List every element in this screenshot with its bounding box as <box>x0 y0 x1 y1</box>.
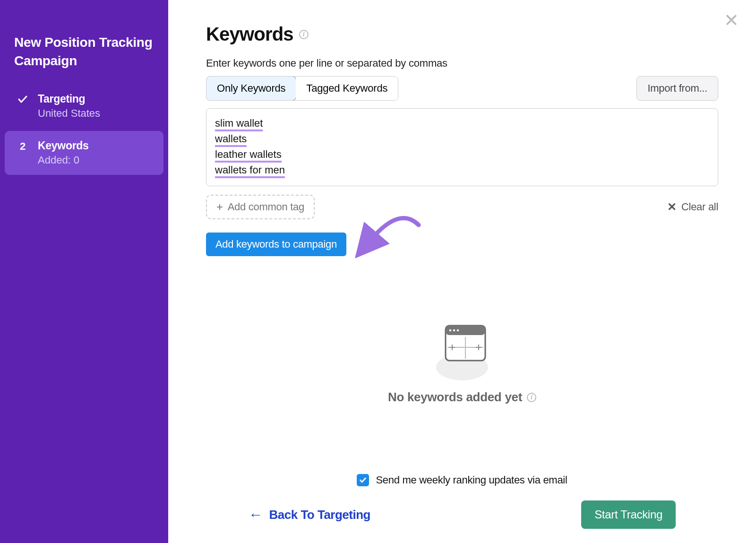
sidebar-title: New Position Tracking Campaign <box>5 9 163 84</box>
svg-point-5 <box>457 329 459 331</box>
keywords-input[interactable]: slim wallet wallets leather wallets wall… <box>206 108 718 186</box>
start-tracking-button[interactable]: Start Tracking <box>581 500 676 529</box>
help-text: Enter keywords one per line or separated… <box>206 57 718 69</box>
add-common-tag-button[interactable]: + Add common tag <box>206 195 315 219</box>
only-keywords-tab[interactable]: Only Keywords <box>206 76 296 101</box>
wizard-sidebar: New Position Tracking Campaign Targeting… <box>0 0 168 543</box>
svg-rect-2 <box>446 326 485 335</box>
check-icon <box>14 93 31 105</box>
plus-icon: + <box>216 200 223 214</box>
step-targeting[interactable]: Targeting United States <box>5 84 163 128</box>
close-icon: ✕ <box>724 10 739 30</box>
keyword-entry: wallets <box>215 133 247 147</box>
import-from-button[interactable]: Import from... <box>636 76 718 101</box>
svg-point-4 <box>453 329 455 331</box>
page-title: Keywords <box>206 24 293 45</box>
empty-illustration-icon <box>431 316 493 382</box>
add-tag-label: Add common tag <box>228 201 304 213</box>
tagged-keywords-tab[interactable]: Tagged Keywords <box>296 77 398 100</box>
main-panel: ✕ Keywords i Enter keywords one per line… <box>168 0 756 543</box>
keyword-entry: wallets for men <box>215 164 285 178</box>
step-title: Targeting <box>38 93 154 105</box>
clear-all-label: Clear all <box>681 201 718 213</box>
email-updates-label: Send me weekly ranking updates via email <box>376 474 567 486</box>
step-number: 2 <box>14 139 31 153</box>
step-keywords[interactable]: 2 Keywords Added: 0 <box>5 131 163 175</box>
info-icon[interactable]: i <box>527 393 536 402</box>
keyword-entry: slim wallet <box>215 117 263 131</box>
step-title: Keywords <box>38 139 154 152</box>
empty-state-text: No keywords added yet <box>388 390 522 405</box>
step-subtitle: United States <box>38 107 154 120</box>
keyword-mode-toggle: Only Keywords Tagged Keywords <box>206 76 398 101</box>
x-icon: ✕ <box>667 200 677 214</box>
email-updates-checkbox[interactable] <box>357 474 369 486</box>
back-to-targeting-button[interactable]: ← Back To Targeting <box>249 507 370 523</box>
svg-point-3 <box>449 329 451 331</box>
empty-state: No keywords added yet i <box>206 261 718 460</box>
keyword-entry: leather wallets <box>215 148 282 163</box>
close-button[interactable]: ✕ <box>724 11 739 29</box>
back-label: Back To Targeting <box>269 508 370 522</box>
clear-all-button[interactable]: ✕ Clear all <box>667 200 718 214</box>
add-keywords-to-campaign-button[interactable]: Add keywords to campaign <box>206 233 346 256</box>
info-icon[interactable]: i <box>299 30 309 39</box>
step-subtitle: Added: 0 <box>38 154 154 166</box>
check-icon <box>359 476 367 484</box>
arrow-left-icon: ← <box>249 507 263 523</box>
